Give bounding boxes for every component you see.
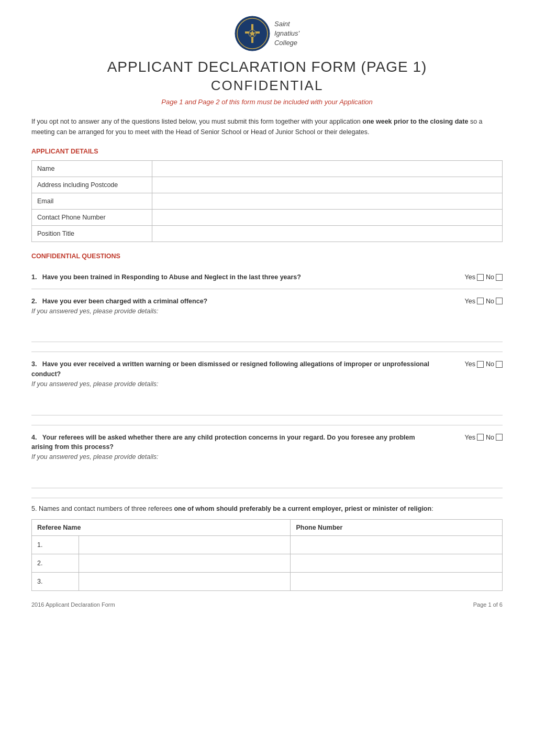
question-4-text: 4. Your referees will be asked whether t… [31,433,445,462]
field-label-name: Name [32,161,152,177]
question-3: 3. Have you ever received a written warn… [31,352,503,425]
referee-1-name[interactable] [79,535,291,554]
referee-2-phone[interactable] [291,554,503,572]
form-title-sub: CONFIDENTIAL [31,78,503,94]
referee-1-num: 1. [32,535,79,554]
college-logo-icon [235,16,270,51]
field-value-name[interactable] [152,161,503,177]
field-value-address[interactable] [152,177,503,193]
question-4: 4. Your referees will be asked whether t… [31,425,503,498]
question-3-answer-space[interactable] [31,395,503,415]
table-row: Position Title [32,226,503,242]
referee-2-name[interactable] [79,554,291,572]
referee-row-3: 3. [32,572,503,590]
referee-1-phone[interactable] [291,535,503,554]
table-row: Contact Phone Number [32,210,503,226]
logo-container: Saint Ignatius' College [31,16,503,51]
referees-intro: 5. Names and contact numbers of three re… [31,503,503,514]
questions-section: 1. Have you been trained in Responding t… [31,265,503,498]
question-2-answer-space[interactable] [31,321,503,342]
question-2-yes-checkbox[interactable] [477,298,484,304]
question-4-divider [31,498,503,498]
question-4-yes-no: Yes No [445,433,503,441]
question-1-text: 1. Have you been trained in Responding t… [31,272,445,282]
question-2: 2. Have you ever been charged with a cri… [31,289,503,353]
form-subtitle: Page 1 and Page 2 of this form must be i… [31,98,503,106]
applicant-details-title: APPLICANT DETAILS [31,148,503,155]
field-value-email[interactable] [152,193,503,210]
table-row: Name [32,161,503,177]
confidential-questions-title: CONFIDENTIAL QUESTIONS [31,253,503,260]
table-row: Address including Postcode [32,177,503,193]
field-label-address: Address including Postcode [32,177,152,193]
referee-row-1: 1. [32,535,503,554]
question-1-no-label[interactable]: No [486,273,503,281]
referee-3-name[interactable] [79,572,291,590]
question-2-text: 2. Have you ever been charged with a cri… [31,297,445,316]
logo-text: Saint Ignatius' College [274,16,299,51]
referees-col-phone-header: Phone Number [291,519,503,535]
referee-row-2: 2. [32,554,503,572]
question-1-yes-label[interactable]: Yes [465,273,484,281]
question-3-yes-label[interactable]: Yes [465,360,484,368]
question-3-no-label[interactable]: No [486,360,503,368]
question-4-yes-label[interactable]: Yes [465,434,484,441]
field-label-position: Position Title [32,226,152,242]
referees-col-name-header: Referee Name [32,519,291,535]
question-4-no-checkbox[interactable] [496,434,503,441]
table-row: Email [32,193,503,210]
field-value-phone[interactable] [152,210,503,226]
question-3-text: 3. Have you ever received a written warn… [31,359,445,389]
footer-left: 2016 Applicant Declaration Form [31,601,115,608]
question-1-yes-no: Yes No [445,272,503,281]
referee-2-num: 2. [32,554,79,572]
question-4-yes-checkbox[interactable] [477,434,484,441]
question-2-yes-label[interactable]: Yes [465,298,484,305]
referees-table: Referee Name Phone Number 1. 2. 3. [31,519,503,591]
question-1-yes-checkbox[interactable] [477,274,484,281]
question-2-no-label[interactable]: No [486,298,503,305]
referee-3-num: 3. [32,572,79,590]
question-3-no-checkbox[interactable] [496,361,503,368]
question-2-yes-no: Yes No [445,297,503,305]
field-value-position[interactable] [152,226,503,242]
question-3-yes-no: Yes No [445,359,503,368]
intro-paragraph: If you opt not to answer any of the ques… [31,116,503,137]
question-2-no-checkbox[interactable] [496,298,503,304]
page-footer: 2016 Applicant Declaration Form Page 1 o… [31,601,503,608]
footer-right: Page 1 of 6 [473,601,503,608]
page-header: Saint Ignatius' College APPLICANT DECLAR… [31,16,503,106]
question-4-no-label[interactable]: No [486,434,503,441]
question-3-yes-checkbox[interactable] [477,361,484,368]
referees-table-header-row: Referee Name Phone Number [32,519,503,535]
question-1: 1. Have you been trained in Responding t… [31,265,503,289]
applicant-details-table: Name Address including Postcode Email Co… [31,160,503,242]
question-4-answer-space[interactable] [31,467,503,488]
form-title-main: APPLICANT DECLARATION FORM (PAGE 1) [31,59,503,75]
field-label-email: Email [32,193,152,210]
referee-3-phone[interactable] [291,572,503,590]
field-label-phone: Contact Phone Number [32,210,152,226]
question-1-no-checkbox[interactable] [496,274,503,281]
